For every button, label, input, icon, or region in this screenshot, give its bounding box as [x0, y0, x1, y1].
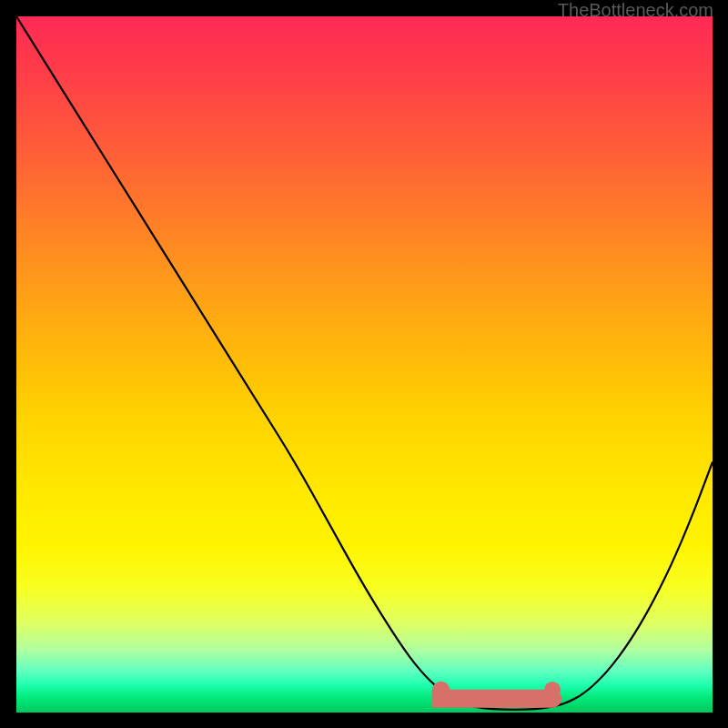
optimal-marker: [544, 682, 561, 698]
plot-area: [16, 16, 713, 713]
watermark-text: TheBottleneck.com: [558, 0, 713, 21]
bottleneck-curve: [16, 16, 713, 710]
chart-svg: [16, 16, 713, 713]
chart-container: TheBottleneck.com: [0, 0, 728, 728]
optimal-band: [441, 691, 552, 699]
